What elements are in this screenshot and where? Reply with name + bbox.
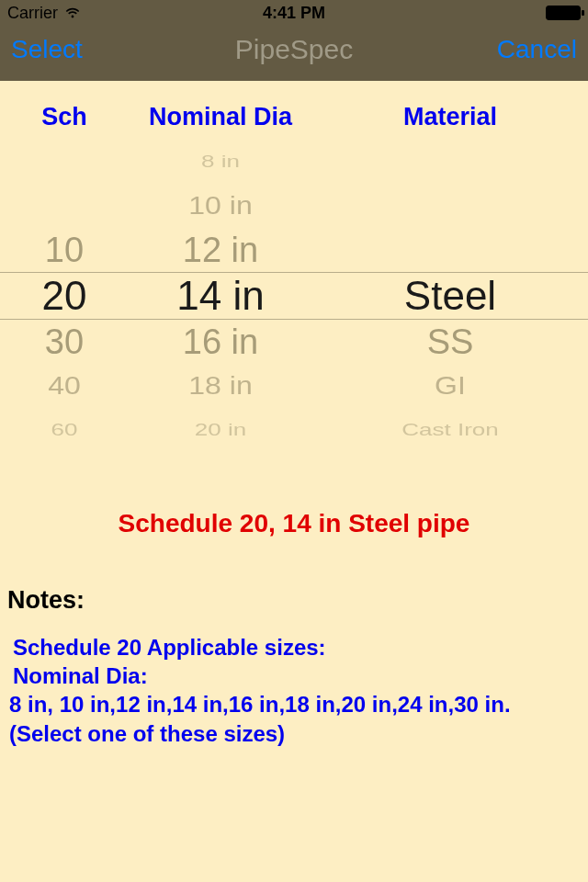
picker-sch-option[interactable]: 60: [51, 414, 78, 445]
nav-bar: Select PipeSpec Cancel: [0, 26, 588, 81]
picker-wheel[interactable]: 10 20 30 40 60 80 6 in 8 in 10 in 12 in …: [0, 146, 588, 445]
selection-summary: Schedule 20, 14 in Steel pipe: [0, 509, 588, 538]
picker-mat-option[interactable]: GI: [435, 367, 466, 404]
wifi-icon: [63, 4, 82, 22]
notes-line: 8 in, 10 in,12 in,14 in,16 in,18 in,20 i…: [9, 690, 588, 718]
notes-line: Nominal Dia:: [9, 662, 588, 690]
notes-body: Schedule 20 Applicable sizes: Nominal Di…: [9, 633, 588, 748]
status-time: 4:41 PM: [263, 4, 325, 23]
picker-dia-option[interactable]: 8 in: [201, 146, 240, 176]
picker-sch-selected[interactable]: 20: [42, 272, 87, 320]
header-nominal-dia: Nominal Dia: [129, 103, 312, 131]
picker-col-sch[interactable]: 10 20 30 40 60 80: [0, 146, 129, 445]
cancel-button[interactable]: Cancel: [497, 35, 577, 64]
picker-dia-option[interactable]: 10 in: [188, 187, 252, 224]
picker-mat-selected[interactable]: Steel: [404, 272, 496, 320]
header-sch: Sch: [0, 103, 129, 131]
picker-sch-option[interactable]: 30: [45, 320, 84, 364]
picker-sch-option[interactable]: 10: [45, 228, 84, 272]
picker-dia-option[interactable]: 18 in: [188, 367, 252, 404]
battery-icon: [546, 6, 581, 20]
select-button[interactable]: Select: [11, 35, 83, 64]
picker-dia-selected[interactable]: 14 in: [176, 272, 264, 320]
picker-col-mat[interactable]: Steel SS GI Cast Iron Concrete: [312, 146, 588, 445]
notes-label: Notes:: [7, 586, 588, 615]
notes-line: (Select one of these sizes): [9, 719, 588, 748]
picker-sch-option[interactable]: 40: [48, 367, 81, 404]
notes-line: Schedule 20 Applicable sizes:: [9, 633, 588, 662]
header-material: Material: [312, 103, 588, 131]
picker-dia-option[interactable]: 20 in: [195, 414, 246, 445]
nav-title: PipeSpec: [235, 34, 353, 65]
picker-dia-option[interactable]: 16 in: [183, 320, 258, 364]
picker-mat-option[interactable]: Cast Iron: [401, 414, 499, 445]
picker-dia-option[interactable]: 12 in: [183, 228, 258, 272]
picker-col-dia[interactable]: 6 in 8 in 10 in 12 in 14 in 16 in 18 in …: [129, 146, 312, 445]
picker-mat-option[interactable]: SS: [427, 320, 474, 364]
status-bar: Carrier 4:41 PM: [0, 0, 588, 26]
carrier-label: Carrier: [7, 4, 58, 23]
picker-headers: Sch Nominal Dia Material: [0, 81, 588, 146]
